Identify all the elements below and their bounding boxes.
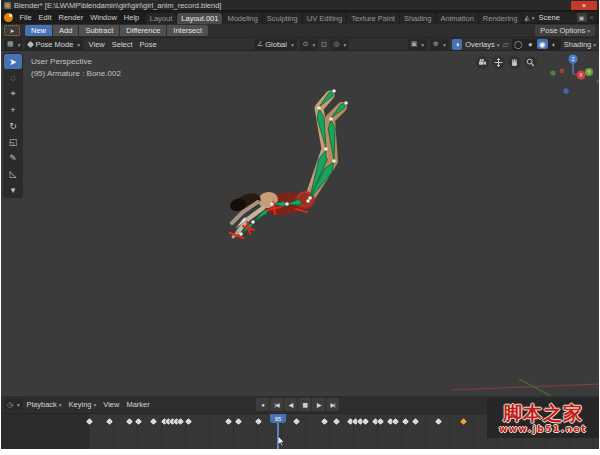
transport-jump-to-start-button[interactable]: |◀: [270, 398, 283, 411]
pivot-dropdown[interactable]: ⊙: [300, 39, 319, 50]
mode-dropdown[interactable]: Pose Mode: [25, 39, 83, 50]
tab-layout-001[interactable]: Layout.001: [177, 13, 222, 24]
transport-jump-to-end-button[interactable]: ▶|: [326, 398, 339, 411]
shading-dropdown[interactable]: Shading: [564, 40, 596, 49]
keyframe[interactable]: [126, 418, 133, 425]
3d-viewport[interactable]: ➤◌⌖+↻◱✎◺▾ User Perspective (95) Armature…: [1, 51, 599, 396]
tab-sculpting[interactable]: Sculpting: [263, 13, 302, 24]
vp-menu-pose[interactable]: Pose: [136, 40, 160, 49]
add-button[interactable]: Add: [53, 25, 78, 36]
keyframe[interactable]: [177, 418, 184, 425]
viewport-canvas[interactable]: [1, 51, 599, 396]
menu-help[interactable]: Help: [120, 13, 142, 22]
shading-mode-2-icon[interactable]: ◉: [537, 39, 548, 49]
menu-edit[interactable]: Edit: [35, 13, 55, 22]
keyframe[interactable]: [392, 418, 399, 425]
tl-menu-keying[interactable]: Keying: [65, 400, 100, 409]
gizmos-dropdown[interactable]: ⊕: [430, 39, 449, 50]
pose-options-dropdown[interactable]: Pose Options: [535, 25, 595, 36]
move-tool[interactable]: +: [4, 102, 22, 117]
proportional-editing-dropdown[interactable]: ◎: [330, 39, 349, 50]
menu-render[interactable]: Render: [55, 13, 87, 22]
workspace-tabs: LayoutLayout.001ModelingSculptingUV Edit…: [146, 11, 523, 24]
intersect-button[interactable]: Intersect: [167, 25, 208, 36]
close-button[interactable]: ×: [571, 1, 597, 10]
shading-mode-1-icon[interactable]: ●: [525, 39, 536, 49]
keyframe[interactable]: [235, 418, 242, 425]
rotate-tool[interactable]: ↻: [4, 118, 22, 133]
new-button[interactable]: New: [25, 25, 52, 36]
tab-texture-paint[interactable]: Texture Paint: [347, 13, 399, 24]
shading-mode-3-icon[interactable]: ◐: [549, 39, 560, 49]
menu-file[interactable]: File: [16, 13, 35, 22]
gizmo-neg-z-dot[interactable]: [563, 88, 569, 94]
blender-logo-icon[interactable]: [4, 13, 13, 22]
tab-uv-editing[interactable]: UV Editing: [303, 13, 346, 24]
tab-modeling[interactable]: Modeling: [223, 13, 261, 24]
xray-toggle-icon[interactable]: ▱: [503, 40, 509, 49]
tl-menu-view[interactable]: View: [100, 400, 123, 409]
transport-next-keyframe-button[interactable]: |▶: [312, 398, 325, 411]
move-view-button[interactable]: [492, 56, 505, 69]
keyframe[interactable]: [333, 418, 340, 425]
zoom-view-button[interactable]: [524, 56, 537, 69]
transport-pause-button[interactable]: ▮▮: [298, 398, 311, 411]
difference-button[interactable]: Difference: [120, 25, 166, 36]
menu-window[interactable]: Window: [87, 13, 121, 22]
timeline-editor-type-dropdown[interactable]: ◷: [4, 399, 23, 410]
keyframe[interactable]: [106, 418, 113, 425]
tweak-select-tool[interactable]: ➤: [4, 54, 22, 69]
transport-record-button[interactable]: ●: [256, 398, 269, 411]
keyframe[interactable]: [402, 418, 409, 425]
vp-menu-view[interactable]: View: [85, 40, 108, 49]
keyframe[interactable]: [185, 418, 192, 425]
title-bar: Blender* [E:\LW\MP\blendamin\girl\girl\g…: [1, 0, 599, 11]
viewport-menus: ViewSelectPose: [85, 40, 160, 49]
keyframe[interactable]: [362, 418, 369, 425]
keyframe[interactable]: [435, 418, 442, 425]
camera-view-button[interactable]: [476, 56, 489, 69]
editor-type-dropdown[interactable]: ▦: [4, 39, 23, 50]
tab-animation[interactable]: Animation: [436, 13, 477, 24]
cursor-tool[interactable]: ⌖: [4, 86, 22, 101]
annotate-tool[interactable]: ✎: [4, 150, 22, 165]
orientation-dropdown[interactable]: ∠Global: [254, 39, 297, 50]
tl-menu-marker[interactable]: Marker: [123, 400, 153, 409]
object-visibility-dropdown[interactable]: ▣: [408, 39, 427, 50]
keyframe[interactable]: [150, 418, 157, 425]
keyframe[interactable]: [225, 418, 232, 425]
new-scene-button[interactable]: ▣: [577, 13, 587, 22]
sidebar-collapse-arrow[interactable]: ‹: [596, 77, 599, 86]
more-tools[interactable]: ▾: [4, 182, 22, 197]
shading-mode-0-icon[interactable]: ◯: [513, 39, 524, 49]
character-mesh[interactable]: [229, 95, 342, 237]
overlays-dropdown[interactable]: Overlays: [465, 40, 499, 49]
tl-menu-playback[interactable]: Playback: [23, 400, 65, 409]
keyframe[interactable]: [412, 418, 419, 425]
gizmo-neg-x-dot[interactable]: [560, 69, 565, 74]
measure-tool[interactable]: ◺: [4, 166, 22, 181]
unlink-scene-icon[interactable]: ×: [589, 14, 595, 21]
keyframe-selected[interactable]: [460, 418, 467, 425]
vp-menu-select[interactable]: Select: [108, 40, 136, 49]
tab-rendering[interactable]: Rendering: [479, 13, 522, 24]
scene-icon[interactable]: ◭: [524, 14, 534, 22]
tab-layout[interactable]: Layout: [146, 13, 177, 24]
subtract-button[interactable]: Subtract: [79, 25, 119, 36]
scene-name[interactable]: Scene: [537, 13, 575, 22]
gizmo-y-label: Y: [587, 70, 590, 75]
scale-tool[interactable]: ◱: [4, 134, 22, 149]
pan-view-button[interactable]: [508, 56, 521, 69]
active-tool-icon[interactable]: ➤: [4, 25, 20, 36]
keyframe[interactable]: [293, 418, 300, 425]
snap-magnet-icon[interactable]: Ω: [321, 40, 327, 49]
overlays-toggle[interactable]: ◑: [452, 39, 463, 50]
keyframe[interactable]: [377, 418, 384, 425]
circle-select-tool[interactable]: ◌: [4, 70, 22, 85]
keyframe[interactable]: [321, 418, 328, 425]
tab-shading[interactable]: Shading: [400, 13, 436, 24]
transport-previous-keyframe-button[interactable]: ◀|: [284, 398, 297, 411]
gizmo-neg-y-dot[interactable]: [550, 70, 555, 75]
scene-selector[interactable]: ◭ Scene ▣ ×: [522, 12, 596, 23]
navigation-gizmo[interactable]: Z X Y: [543, 53, 595, 103]
